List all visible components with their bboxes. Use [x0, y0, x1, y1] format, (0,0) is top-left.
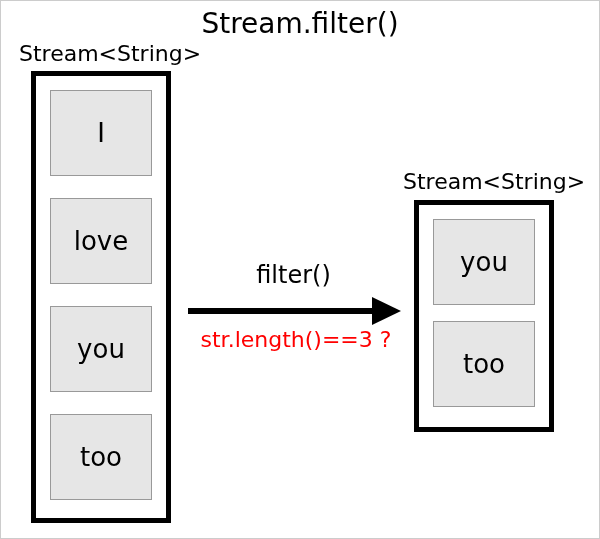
diagram-title: Stream.filter()	[1, 7, 599, 40]
list-item: love	[50, 198, 152, 284]
left-stream-type-label: Stream<String>	[19, 41, 201, 66]
list-item: too	[433, 321, 535, 407]
arrow-condition: str.length()==3 ?	[191, 327, 401, 352]
arrow-icon	[186, 291, 401, 331]
diagram-canvas: Stream.filter() Stream<String> I love yo…	[0, 0, 600, 539]
list-item: you	[50, 306, 152, 392]
left-stream-box: I love you too	[31, 71, 171, 523]
list-item: you	[433, 219, 535, 305]
list-item: I	[50, 90, 152, 176]
list-item: too	[50, 414, 152, 500]
svg-marker-1	[372, 297, 401, 325]
right-stream-type-label: Stream<String>	[403, 169, 585, 194]
right-stream-box: you too	[414, 200, 554, 432]
arrow-label: filter()	[191, 261, 396, 289]
